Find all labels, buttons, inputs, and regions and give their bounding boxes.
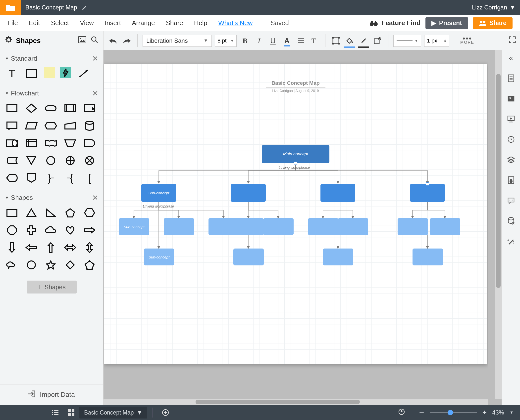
document-tab[interactable]: Basic Concept Map ▼ [79,407,147,419]
shape-action[interactable] [60,67,71,78]
user-menu[interactable]: Lizz Corrigan ▼ [472,4,520,11]
horizontal-scrollbar[interactable] [104,399,488,405]
text-color-button[interactable]: A [281,35,292,46]
category-header-shapes[interactable]: ▼ Shapes ✕ [5,193,98,205]
fc-bracket[interactable]: [ [83,172,97,184]
node-sub-concept[interactable] [410,184,445,202]
fc-predefined[interactable] [63,102,77,115]
gear-icon[interactable] [5,36,12,45]
fc-merge[interactable] [24,154,38,167]
node-sub-concept[interactable] [320,184,355,202]
close-icon[interactable]: ✕ [92,54,98,63]
rail-layers-icon[interactable] [506,153,517,167]
sh-star[interactable] [44,259,58,271]
fc-connector[interactable] [44,154,58,167]
shape-sticky-note[interactable] [44,67,55,78]
undo-button[interactable] [107,35,118,46]
fc-database[interactable] [83,120,97,132]
fc-decision[interactable] [24,102,38,115]
scrollbar-thumb[interactable] [196,400,360,404]
zoom-out-button[interactable]: − [419,408,424,418]
shape-rectangle[interactable] [24,67,38,80]
zoom-value[interactable]: 43% [492,409,504,416]
node-handle[interactable] [294,162,297,165]
fc-io-cursor[interactable] [83,102,97,115]
fc-offpage[interactable] [24,172,38,184]
present-button[interactable]: ▶ Present [425,17,468,29]
line-width-select[interactable]: 1 px ▲▼ [424,35,449,47]
node-leaf[interactable] [398,218,428,235]
import-data-button[interactable]: Import Data [0,384,103,405]
zoom-slider[interactable] [430,412,477,413]
linking-label[interactable]: Linking word/phrase [279,166,310,169]
canvas-paper[interactable]: Basic Concept Map Lizz Corrigan | August… [104,64,487,364]
underline-button[interactable]: U [267,35,278,46]
node-leaf[interactable] [164,218,194,235]
sh-hexagon[interactable] [83,207,97,219]
category-header-standard[interactable]: ▼ Standard ✕ [5,54,98,65]
node-leaf[interactable] [413,249,443,265]
node-sub-concept[interactable] [231,184,266,202]
view-mode-icon[interactable] [398,408,405,417]
linking-label[interactable]: Linking word/phrase [143,204,174,208]
sh-arrow-left[interactable] [24,241,38,254]
close-icon[interactable]: ✕ [92,193,98,202]
sh-arrow-right[interactable] [83,224,97,236]
close-icon[interactable]: ✕ [92,89,98,98]
node-leaf[interactable]: Sub-concept [144,249,174,265]
bold-button[interactable]: B [240,35,251,46]
menu-edit[interactable]: Edit [29,19,40,27]
node-leaf[interactable] [430,218,460,235]
menu-arrange[interactable]: Arrange [132,19,155,27]
fc-or[interactable] [83,154,97,167]
sh-cloud[interactable] [44,224,58,236]
menu-select[interactable]: Select [51,19,69,27]
rail-theme-icon[interactable] [506,173,517,187]
node-leaf[interactable] [323,249,353,265]
fc-preparation[interactable] [44,120,58,132]
fc-summing[interactable] [63,154,77,167]
fc-manual-input[interactable] [63,120,77,132]
add-page-button[interactable] [157,409,173,416]
sh-heart[interactable] [63,224,77,236]
fc-process[interactable] [5,102,19,115]
rail-present-icon[interactable] [506,112,517,126]
fc-brace-left[interactable]: ≡{ [63,172,77,184]
rename-icon[interactable] [82,4,88,10]
rail-history-icon[interactable] [506,133,517,146]
menu-share[interactable]: Share [166,19,183,27]
grid-view-icon[interactable] [63,409,79,416]
menu-help[interactable]: Help [194,19,207,27]
vertical-scrollbar[interactable] [495,50,502,399]
menu-insert[interactable]: Insert [105,19,121,27]
add-shapes-button[interactable]: + Shapes [27,281,77,294]
scrollbar-thumb[interactable] [496,74,501,288]
rail-data-icon[interactable] [506,214,517,228]
feature-find[interactable]: Feature Find [369,19,420,27]
node-handle[interactable] [426,182,429,186]
italic-button[interactable]: I [254,35,264,46]
fc-internal-storage[interactable] [24,137,38,149]
fc-delay[interactable] [83,137,97,149]
node-leaf[interactable] [338,218,368,235]
fc-terminator[interactable] [44,102,58,115]
menu-whats-new[interactable]: What's New [218,19,253,27]
font-family-select[interactable]: Liberation Sans ▼ [143,35,212,47]
sh-octagon[interactable] [5,224,19,236]
sh-arrow-lr[interactable] [63,241,77,254]
sh-rect[interactable] [5,207,19,219]
fc-tape[interactable] [44,137,58,149]
shape-text[interactable]: T [5,67,19,80]
sh-triangle[interactable] [24,207,38,219]
align-button[interactable] [295,35,306,46]
rail-chat-icon[interactable] [506,194,517,207]
sh-diamond[interactable] [63,259,77,271]
fc-brace-right[interactable]: }≡ [44,172,58,184]
canvas-viewport[interactable]: Basic Concept Map Lizz Corrigan | August… [104,50,488,399]
node-sub-concept[interactable]: Sub-concept [141,184,176,202]
fill-color-button[interactable] [344,35,355,46]
node-leaf[interactable] [233,218,264,235]
line-color-button[interactable] [358,35,369,46]
menu-file[interactable]: File [7,19,18,27]
search-icon[interactable] [91,36,98,45]
